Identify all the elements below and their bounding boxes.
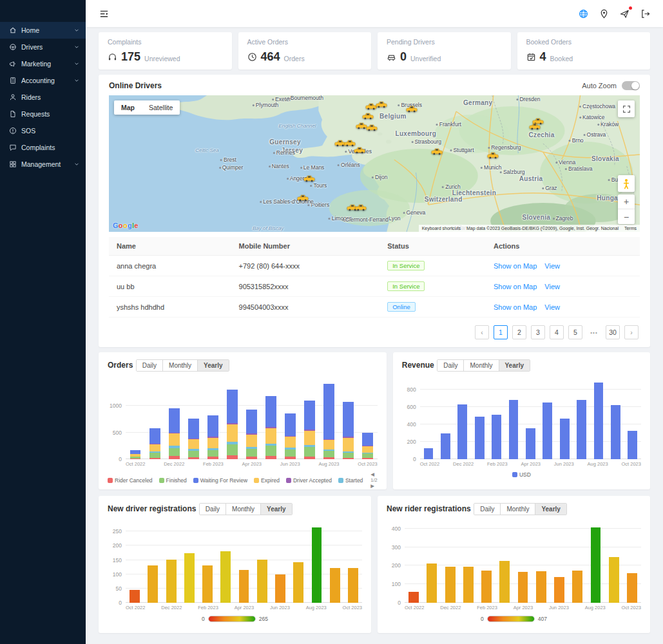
- bar-dec-2022[interactable]: [441, 523, 459, 603]
- pegman-control[interactable]: [618, 175, 635, 192]
- bar-oct-2022[interactable]: [405, 523, 423, 603]
- bar-sep-2023[interactable]: [607, 379, 624, 459]
- bar-aug-2023[interactable]: [590, 379, 607, 459]
- bar-jan-2023[interactable]: [180, 523, 198, 603]
- bar-sep-2023[interactable]: [605, 523, 623, 603]
- bar-aug-2023[interactable]: [320, 379, 339, 459]
- prev-page-button[interactable]: ‹: [475, 325, 489, 339]
- bar-may-2023[interactable]: [253, 523, 271, 603]
- show-on-map-link[interactable]: Show on Map: [494, 303, 537, 311]
- bar-oct-2022[interactable]: [126, 523, 144, 603]
- legend-item-waiting-for-review[interactable]: Waiting For Review: [193, 477, 247, 484]
- show-on-map-link[interactable]: Show on Map: [494, 283, 537, 290]
- period-yearly-button[interactable]: Yearly: [499, 360, 530, 371]
- next-page-button[interactable]: ›: [624, 325, 639, 339]
- bar-mar-2023[interactable]: [495, 523, 514, 603]
- taxi-marker[interactable]: [354, 145, 365, 153]
- bar-apr-2023[interactable]: [514, 523, 532, 603]
- bar-nov-2022[interactable]: [423, 523, 441, 603]
- show-on-map-link[interactable]: Show on Map: [494, 262, 537, 270]
- bar-dec-2022[interactable]: [454, 379, 471, 459]
- bar-apr-2023[interactable]: [522, 379, 539, 459]
- page-4-button[interactable]: 4: [550, 325, 564, 339]
- bar-oct-2023[interactable]: [624, 379, 641, 459]
- zoom-in-button[interactable]: +: [618, 194, 635, 209]
- bar-feb-2023[interactable]: [198, 523, 216, 603]
- bar-jan-2023[interactable]: [471, 379, 488, 459]
- bar-sep-2023[interactable]: [339, 379, 358, 459]
- bar-jun-2023[interactable]: [271, 523, 289, 603]
- bar-sep-2023[interactable]: [326, 523, 344, 603]
- bar-jun-2023[interactable]: [556, 379, 573, 459]
- bar-aug-2023[interactable]: [307, 523, 325, 603]
- period-monthly-button[interactable]: Monthly: [463, 360, 498, 371]
- view-link[interactable]: View: [544, 262, 560, 270]
- period-monthly-button[interactable]: Monthly: [162, 360, 197, 371]
- legend-item-expired[interactable]: Expired: [254, 477, 280, 484]
- legend-item-driver-accepted[interactable]: Driver Accepted: [286, 477, 332, 484]
- bar-oct-2022[interactable]: [126, 379, 145, 459]
- bar-oct-2023[interactable]: [358, 379, 378, 459]
- bar-may-2023[interactable]: [532, 523, 550, 603]
- sidebar-item-home[interactable]: Home: [0, 22, 86, 39]
- send-icon[interactable]: [617, 6, 632, 21]
- period-daily-button[interactable]: Daily: [200, 504, 226, 515]
- legend-item-started[interactable]: Started: [338, 477, 363, 484]
- sidebar-item-sos[interactable]: SOS: [0, 122, 86, 139]
- page-3-button[interactable]: 3: [531, 325, 545, 339]
- bar-jul-2023[interactable]: [289, 523, 307, 603]
- taxi-marker[interactable]: [297, 193, 309, 200]
- fullscreen-button[interactable]: [618, 100, 635, 117]
- sidebar-item-management[interactable]: Management: [0, 156, 86, 173]
- bar-oct-2023[interactable]: [344, 523, 362, 603]
- bar-aug-2023[interactable]: [586, 523, 604, 603]
- map-type-map-button[interactable]: Map: [114, 100, 142, 115]
- period-yearly-button[interactable]: Yearly: [535, 504, 566, 515]
- visual-map-legend[interactable]: 0265: [108, 616, 362, 622]
- taxi-marker[interactable]: [366, 122, 378, 130]
- bar-jan-2023[interactable]: [184, 379, 203, 459]
- sidebar-item-marketing[interactable]: Marketing: [0, 55, 86, 72]
- logout-icon[interactable]: [637, 6, 653, 21]
- bar-mar-2023[interactable]: [216, 523, 235, 603]
- bar-nov-2022[interactable]: [145, 379, 164, 459]
- bar-feb-2023[interactable]: [203, 379, 222, 459]
- sidebar-collapse-button[interactable]: [96, 6, 111, 21]
- view-link[interactable]: View: [544, 303, 560, 311]
- taxi-marker[interactable]: [376, 99, 387, 107]
- terms-link[interactable]: Terms: [624, 226, 637, 231]
- sidebar-item-requests[interactable]: Requests: [0, 106, 86, 122]
- bar-jul-2023[interactable]: [573, 379, 590, 459]
- taxi-marker[interactable]: [303, 173, 315, 181]
- taxi-marker[interactable]: [431, 146, 443, 154]
- bar-dec-2022[interactable]: [162, 523, 180, 603]
- bar-mar-2023[interactable]: [505, 379, 522, 459]
- taxi-marker[interactable]: [529, 121, 541, 129]
- bar-apr-2023[interactable]: [242, 379, 261, 459]
- bar-jul-2023[interactable]: [568, 523, 586, 603]
- page-5-button[interactable]: 5: [568, 325, 582, 339]
- bar-jun-2023[interactable]: [550, 523, 568, 603]
- auto-zoom-toggle[interactable]: [622, 81, 640, 90]
- bar-nov-2022[interactable]: [437, 379, 454, 459]
- period-yearly-button[interactable]: Yearly: [260, 504, 291, 515]
- map-type-satellite-button[interactable]: Satellite: [142, 100, 180, 115]
- taxi-marker[interactable]: [487, 150, 499, 158]
- location-icon[interactable]: [596, 6, 611, 21]
- bar-jan-2023[interactable]: [459, 523, 477, 603]
- sidebar-item-accounting[interactable]: Accounting: [0, 72, 86, 89]
- zoom-out-button[interactable]: −: [618, 209, 635, 224]
- period-daily-button[interactable]: Daily: [437, 360, 463, 371]
- taxi-marker[interactable]: [355, 202, 367, 210]
- taxi-marker[interactable]: [406, 104, 418, 111]
- period-daily-button[interactable]: Daily: [474, 504, 500, 515]
- page-1-button[interactable]: 1: [494, 325, 508, 339]
- bar-oct-2023[interactable]: [623, 523, 641, 603]
- legend-item-usd[interactable]: USD: [512, 471, 531, 478]
- pages-ellipsis[interactable]: •••: [587, 325, 601, 339]
- visual-map-legend[interactable]: 0407: [387, 616, 641, 622]
- sidebar-item-drivers[interactable]: Drivers: [0, 39, 86, 55]
- legend-item-finished[interactable]: Finished: [159, 477, 187, 484]
- period-daily-button[interactable]: Daily: [137, 360, 162, 371]
- bar-feb-2023[interactable]: [488, 379, 504, 459]
